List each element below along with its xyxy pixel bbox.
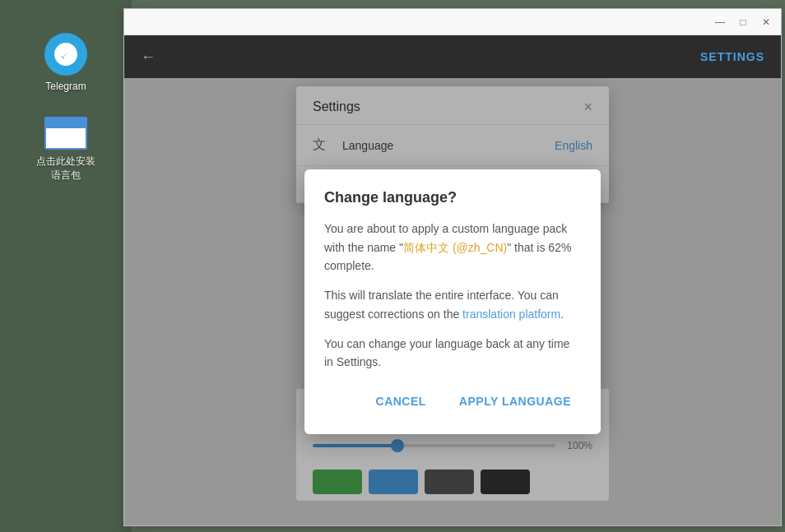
install-icon: [44, 117, 87, 150]
dialog-title: Change language?: [324, 189, 581, 206]
dialog-footer: Cancel Apply Language: [324, 388, 581, 414]
telegram-icon-label: Telegram: [45, 81, 86, 92]
cancel-button[interactable]: Cancel: [366, 388, 436, 414]
back-button[interactable]: ←: [141, 49, 156, 66]
close-button[interactable]: ✕: [758, 14, 774, 30]
telegram-desktop-icon[interactable]: Telegram: [44, 33, 87, 92]
dialog-body-3: You can change your language back at any…: [324, 335, 581, 372]
dialog-body-1: You are about to apply a custom language…: [324, 220, 581, 275]
maximize-button[interactable]: □: [735, 14, 751, 30]
modal-overlay: Change language? You are about to apply …: [124, 78, 781, 525]
page-title: SETTINGS: [700, 50, 764, 63]
dialog-body-2: This will translate the entire interface…: [324, 286, 581, 323]
settings-area: Settings × 文 Language English ↑↓ Connect…: [124, 78, 781, 525]
app-window: — □ ✕ ← SETTINGS Settings ×: [123, 8, 782, 526]
change-language-dialog: Change language? You are about to apply …: [304, 169, 601, 434]
right-header: ← SETTINGS: [124, 35, 781, 78]
title-bar: — □ ✕: [124, 9, 781, 35]
install-icon-label: 点击此处安装 语言包: [36, 155, 95, 183]
translation-platform-link[interactable]: translation platform: [462, 308, 560, 321]
right-panel: ← SETTINGS Settings × 文 Language English: [124, 35, 781, 525]
telegram-icon: [44, 33, 87, 76]
apply-language-button[interactable]: Apply Language: [449, 388, 581, 414]
minimize-button[interactable]: —: [712, 14, 728, 30]
language-name: 简体中文 (@zh_CN): [403, 241, 507, 254]
install-desktop-icon[interactable]: 点击此处安装 语言包: [36, 117, 95, 183]
desktop: Telegram 点击此处安装 语言包: [0, 0, 132, 532]
